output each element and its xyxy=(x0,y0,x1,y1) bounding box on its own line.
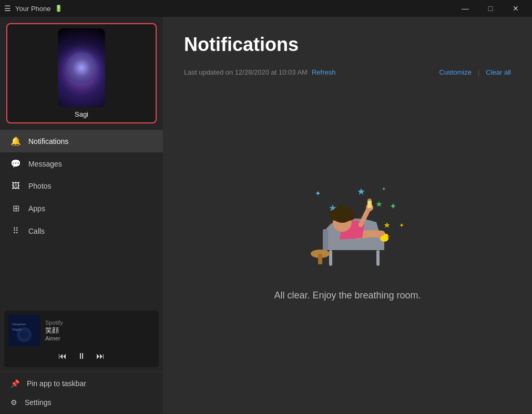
calls-label: Calls xyxy=(28,227,45,235)
content-area: Notifications Last updated on 12/28/2020… xyxy=(163,17,532,414)
messages-label: Messages xyxy=(28,160,62,168)
battery-icon: 🔋 xyxy=(55,5,63,12)
media-next-button[interactable]: ⏭ xyxy=(96,351,105,361)
svg-marker-7 xyxy=(376,201,382,207)
close-button[interactable]: ✕ xyxy=(504,0,528,17)
messages-icon: 💬 xyxy=(11,159,21,169)
title-bar: ☰ Your Phone 🔋 — □ ✕ xyxy=(0,0,532,17)
svg-text:✦: ✦ xyxy=(315,189,321,198)
svg-point-26 xyxy=(342,207,351,215)
empty-text: All clear. Enjoy the breathing room. xyxy=(274,290,421,301)
subtitle-right: Customize | Clear all xyxy=(439,68,511,76)
sidebar-item-photos[interactable]: 🖼 Photos xyxy=(0,175,163,197)
sidebar: Sagi 🔔 Notifications 💬 Messages 🖼 Photos… xyxy=(0,17,163,414)
last-updated-text: Last updated on 12/28/2020 at 10:03 AM xyxy=(184,68,308,76)
sidebar-item-notifications[interactable]: 🔔 Notifications xyxy=(0,130,163,152)
svg-rect-14 xyxy=(376,250,380,266)
sidebar-item-messages[interactable]: 💬 Messages xyxy=(0,152,163,175)
app-title: Your Phone xyxy=(15,5,50,13)
svg-text:✦: ✦ xyxy=(382,186,386,192)
clear-all-link[interactable]: Clear all xyxy=(486,68,511,76)
svg-rect-15 xyxy=(323,229,328,251)
svg-point-2 xyxy=(20,330,28,339)
phone-wallpaper xyxy=(66,52,97,84)
photos-label: Photos xyxy=(28,182,52,190)
media-top: Sleepless Nights Spotify 笑顔 Aimer xyxy=(8,315,155,346)
apps-icon: ⊞ xyxy=(11,203,21,213)
calls-icon: ⠿ xyxy=(11,226,21,236)
svg-text:✦: ✦ xyxy=(399,222,404,229)
sidebar-item-apps[interactable]: ⊞ Apps xyxy=(0,197,163,220)
notifications-icon: 🔔 xyxy=(11,136,21,146)
pin-label: Pin app to taskbar xyxy=(27,379,86,388)
phone-screen xyxy=(58,28,105,107)
svg-text:Sleepless: Sleepless xyxy=(12,322,26,326)
svg-point-20 xyxy=(367,199,372,203)
customize-link[interactable]: Customize xyxy=(439,68,472,76)
empty-state: ✦ ✦ ✦ ✦ xyxy=(184,76,511,397)
photos-icon: 🖼 xyxy=(11,181,21,191)
title-bar-right: — □ ✕ xyxy=(453,0,528,17)
pin-app-item[interactable]: 📌 Pin app to taskbar xyxy=(0,374,163,393)
relaxing-illustration: ✦ ✦ ✦ ✦ xyxy=(279,172,416,277)
settings-label: Settings xyxy=(25,398,52,407)
album-art: Sleepless Nights xyxy=(8,315,40,346)
bottom-nav: 📌 Pin app to taskbar ⚙ Settings xyxy=(0,371,163,414)
content-subtitle: Last updated on 12/28/2020 at 10:03 AM R… xyxy=(184,68,511,76)
album-art-inner: Sleepless Nights xyxy=(8,315,40,346)
svg-marker-6 xyxy=(357,188,364,195)
nav-section: 🔔 Notifications 💬 Messages 🖼 Photos ⊞ Ap… xyxy=(0,130,163,306)
minimize-button[interactable]: — xyxy=(453,0,477,17)
maximize-button[interactable]: □ xyxy=(478,0,503,17)
header-row: Notifications xyxy=(184,34,511,62)
media-player: Sleepless Nights Spotify 笑顔 Aimer ⏮ ⏸ ⏭ xyxy=(4,310,159,367)
phone-card[interactable]: Sagi xyxy=(6,23,157,123)
title-bar-left: ☰ Your Phone 🔋 xyxy=(4,4,63,13)
media-artist-label: Aimer xyxy=(45,335,155,341)
svg-text:✦: ✦ xyxy=(390,202,396,211)
media-play-pause-button[interactable]: ⏸ xyxy=(77,351,86,361)
svg-rect-17 xyxy=(318,254,322,264)
media-app-label: Spotify xyxy=(45,319,155,326)
pin-icon: 📌 xyxy=(11,379,19,388)
svg-rect-13 xyxy=(329,250,332,266)
page-title: Notifications xyxy=(184,34,299,56)
phone-name: Sagi xyxy=(75,110,88,118)
settings-item[interactable]: ⚙ Settings xyxy=(0,393,163,412)
album-art-svg: Sleepless Nights xyxy=(8,315,40,346)
media-prev-button[interactable]: ⏮ xyxy=(58,351,67,361)
svg-text:Nights: Nights xyxy=(12,327,22,332)
hamburger-icon[interactable]: ☰ xyxy=(4,4,11,13)
svg-marker-8 xyxy=(384,222,390,228)
apps-label: Apps xyxy=(28,204,45,213)
main-layout: Sagi 🔔 Notifications 💬 Messages 🖼 Photos… xyxy=(0,17,532,414)
phone-screen-inner xyxy=(58,28,105,107)
notifications-label: Notifications xyxy=(28,137,68,146)
media-song-label: 笑顔 xyxy=(45,326,155,335)
settings-icon: ⚙ xyxy=(11,398,17,407)
refresh-link[interactable]: Refresh xyxy=(312,68,336,76)
empty-illustration: ✦ ✦ ✦ ✦ xyxy=(279,172,416,277)
sidebar-item-calls[interactable]: ⠿ Calls xyxy=(0,220,163,242)
media-controls: ⏮ ⏸ ⏭ xyxy=(8,349,155,363)
media-info: Spotify 笑顔 Aimer xyxy=(45,319,155,341)
divider: | xyxy=(478,68,479,76)
